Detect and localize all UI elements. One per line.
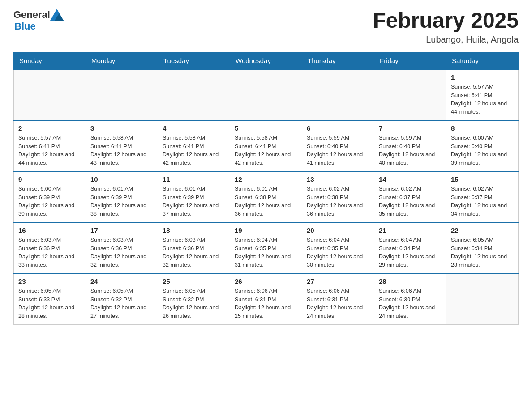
day-number: 3	[90, 124, 153, 132]
day-info: Sunrise: 6:05 AM Sunset: 6:34 PM Dayligh…	[451, 236, 514, 270]
calendar-cell: 9Sunrise: 6:00 AM Sunset: 6:39 PM Daylig…	[14, 171, 86, 223]
day-info: Sunrise: 6:04 AM Sunset: 6:34 PM Dayligh…	[379, 236, 442, 270]
day-info: Sunrise: 5:59 AM Sunset: 6:40 PM Dayligh…	[307, 134, 369, 167]
day-info: Sunrise: 6:00 AM Sunset: 6:40 PM Dayligh…	[451, 134, 514, 167]
calendar-cell: 26Sunrise: 6:06 AM Sunset: 6:31 PM Dayli…	[230, 274, 302, 325]
day-info: Sunrise: 6:03 AM Sunset: 6:36 PM Dayligh…	[163, 236, 225, 270]
calendar-cell: 14Sunrise: 6:02 AM Sunset: 6:37 PM Dayli…	[374, 171, 446, 223]
calendar-cell: 5Sunrise: 5:58 AM Sunset: 6:41 PM Daylig…	[230, 120, 302, 171]
calendar-cell: 20Sunrise: 6:04 AM Sunset: 6:35 PM Dayli…	[302, 223, 374, 274]
calendar-cell: 25Sunrise: 6:05 AM Sunset: 6:32 PM Dayli…	[158, 274, 230, 325]
logo: General Blue	[13, 9, 64, 32]
day-info: Sunrise: 6:01 AM Sunset: 6:39 PM Dayligh…	[163, 185, 225, 218]
day-number: 2	[18, 124, 81, 132]
day-info: Sunrise: 6:06 AM Sunset: 6:30 PM Dayligh…	[379, 287, 442, 321]
day-info: Sunrise: 6:06 AM Sunset: 6:31 PM Dayligh…	[307, 287, 369, 321]
calendar-cell: 28Sunrise: 6:06 AM Sunset: 6:30 PM Dayli…	[374, 274, 446, 325]
day-number: 19	[235, 227, 297, 234]
day-number: 10	[90, 176, 153, 183]
day-info: Sunrise: 6:05 AM Sunset: 6:32 PM Dayligh…	[163, 287, 225, 321]
day-number: 16	[18, 227, 81, 234]
day-info: Sunrise: 5:57 AM Sunset: 6:41 PM Dayligh…	[18, 134, 81, 167]
day-number: 14	[379, 176, 442, 183]
calendar-cell	[446, 274, 519, 325]
week-row-4: 16Sunrise: 6:03 AM Sunset: 6:36 PM Dayli…	[14, 223, 519, 274]
weekday-header-friday: Friday	[374, 52, 446, 69]
day-number: 23	[18, 278, 81, 285]
calendar-cell	[14, 69, 86, 120]
calendar-cell: 11Sunrise: 6:01 AM Sunset: 6:39 PM Dayli…	[158, 171, 230, 223]
day-info: Sunrise: 5:57 AM Sunset: 6:41 PM Dayligh…	[451, 83, 514, 116]
day-number: 28	[379, 278, 442, 285]
weekday-header-row: SundayMondayTuesdayWednesdayThursdayFrid…	[14, 52, 519, 69]
logo-blue-text: Blue	[14, 21, 36, 32]
logo-general-text: General	[13, 10, 50, 20]
day-info: Sunrise: 6:02 AM Sunset: 6:37 PM Dayligh…	[379, 185, 442, 218]
day-info: Sunrise: 6:05 AM Sunset: 6:32 PM Dayligh…	[90, 287, 153, 321]
day-number: 9	[18, 176, 81, 183]
day-number: 6	[307, 124, 369, 132]
calendar-cell: 4Sunrise: 5:58 AM Sunset: 6:41 PM Daylig…	[158, 120, 230, 171]
logo-icon	[50, 9, 64, 21]
calendar-cell: 1Sunrise: 5:57 AM Sunset: 6:41 PM Daylig…	[446, 69, 519, 120]
day-number: 7	[379, 124, 442, 132]
day-number: 22	[451, 227, 514, 234]
day-info: Sunrise: 6:02 AM Sunset: 6:38 PM Dayligh…	[307, 185, 369, 218]
day-info: Sunrise: 6:05 AM Sunset: 6:33 PM Dayligh…	[18, 287, 81, 321]
location-title: Lubango, Huila, Angola	[373, 34, 519, 45]
weekday-header-saturday: Saturday	[446, 52, 519, 69]
calendar-cell: 23Sunrise: 6:05 AM Sunset: 6:33 PM Dayli…	[14, 274, 86, 325]
calendar-cell	[158, 69, 230, 120]
calendar-cell: 15Sunrise: 6:02 AM Sunset: 6:37 PM Dayli…	[446, 171, 519, 223]
day-info: Sunrise: 6:02 AM Sunset: 6:37 PM Dayligh…	[451, 185, 514, 218]
day-number: 11	[163, 176, 225, 183]
day-info: Sunrise: 5:58 AM Sunset: 6:41 PM Dayligh…	[163, 134, 225, 167]
day-number: 4	[163, 124, 225, 132]
calendar-table: SundayMondayTuesdayWednesdayThursdayFrid…	[13, 52, 519, 325]
month-title: February 2025	[373, 9, 519, 33]
day-number: 24	[90, 278, 153, 285]
calendar-cell: 12Sunrise: 6:01 AM Sunset: 6:38 PM Dayli…	[230, 171, 302, 223]
logo-top: General	[13, 9, 64, 21]
calendar-cell: 2Sunrise: 5:57 AM Sunset: 6:41 PM Daylig…	[14, 120, 86, 171]
day-info: Sunrise: 6:03 AM Sunset: 6:36 PM Dayligh…	[18, 236, 81, 270]
day-number: 18	[163, 227, 225, 234]
day-number: 17	[90, 227, 153, 234]
day-info: Sunrise: 6:01 AM Sunset: 6:38 PM Dayligh…	[235, 185, 297, 218]
day-info: Sunrise: 6:01 AM Sunset: 6:39 PM Dayligh…	[90, 185, 153, 218]
day-number: 13	[307, 176, 369, 183]
calendar-cell: 13Sunrise: 6:02 AM Sunset: 6:38 PM Dayli…	[302, 171, 374, 223]
day-number: 21	[379, 227, 442, 234]
day-number: 25	[163, 278, 225, 285]
calendar-cell: 10Sunrise: 6:01 AM Sunset: 6:39 PM Dayli…	[86, 171, 158, 223]
weekday-header-sunday: Sunday	[14, 52, 86, 69]
day-number: 8	[451, 124, 514, 132]
calendar-cell: 18Sunrise: 6:03 AM Sunset: 6:36 PM Dayli…	[158, 223, 230, 274]
day-number: 12	[235, 176, 297, 183]
day-info: Sunrise: 5:59 AM Sunset: 6:40 PM Dayligh…	[379, 134, 442, 167]
day-info: Sunrise: 6:04 AM Sunset: 6:35 PM Dayligh…	[307, 236, 369, 270]
day-info: Sunrise: 6:03 AM Sunset: 6:36 PM Dayligh…	[90, 236, 153, 270]
calendar-cell: 22Sunrise: 6:05 AM Sunset: 6:34 PM Dayli…	[446, 223, 519, 274]
calendar-cell: 17Sunrise: 6:03 AM Sunset: 6:36 PM Dayli…	[86, 223, 158, 274]
day-number: 5	[235, 124, 297, 132]
calendar-cell: 19Sunrise: 6:04 AM Sunset: 6:35 PM Dayli…	[230, 223, 302, 274]
week-row-2: 2Sunrise: 5:57 AM Sunset: 6:41 PM Daylig…	[14, 120, 519, 171]
weekday-header-tuesday: Tuesday	[158, 52, 230, 69]
header: General Blue February 2025 Lubango, Huil…	[13, 9, 519, 45]
weekday-header-monday: Monday	[86, 52, 158, 69]
calendar-cell: 3Sunrise: 5:58 AM Sunset: 6:41 PM Daylig…	[86, 120, 158, 171]
day-info: Sunrise: 6:04 AM Sunset: 6:35 PM Dayligh…	[235, 236, 297, 270]
day-number: 27	[307, 278, 369, 285]
title-area: February 2025 Lubango, Huila, Angola	[373, 9, 519, 45]
weekday-header-thursday: Thursday	[302, 52, 374, 69]
week-row-1: 1Sunrise: 5:57 AM Sunset: 6:41 PM Daylig…	[14, 69, 519, 120]
day-info: Sunrise: 6:00 AM Sunset: 6:39 PM Dayligh…	[18, 185, 81, 218]
day-number: 26	[235, 278, 297, 285]
day-info: Sunrise: 5:58 AM Sunset: 6:41 PM Dayligh…	[235, 134, 297, 167]
day-number: 20	[307, 227, 369, 234]
day-info: Sunrise: 6:06 AM Sunset: 6:31 PM Dayligh…	[235, 287, 297, 321]
calendar-cell: 24Sunrise: 6:05 AM Sunset: 6:32 PM Dayli…	[86, 274, 158, 325]
day-info: Sunrise: 5:58 AM Sunset: 6:41 PM Dayligh…	[90, 134, 153, 167]
weekday-header-wednesday: Wednesday	[230, 52, 302, 69]
